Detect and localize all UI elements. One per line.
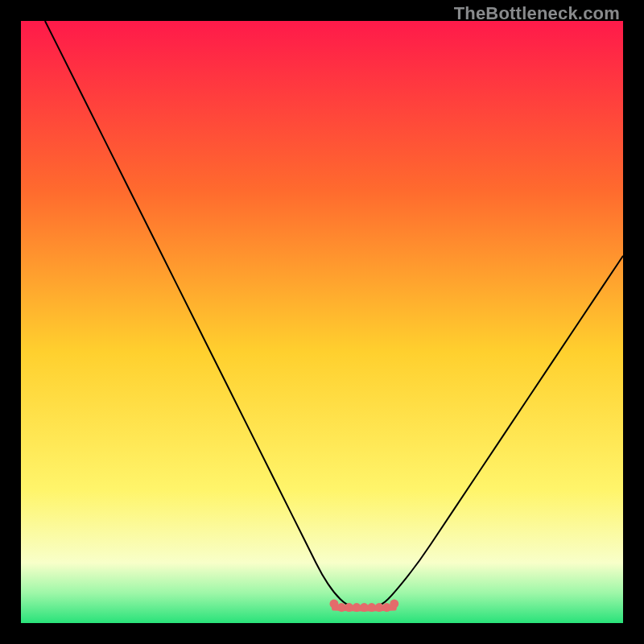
bottleneck-chart <box>21 21 623 623</box>
flat-region-dot <box>382 603 391 612</box>
gradient-background <box>21 21 623 623</box>
flat-region-dot <box>329 600 338 609</box>
flat-region-dot <box>390 600 398 609</box>
watermark-text: TheBottleneck.com <box>454 3 620 24</box>
chart-frame <box>21 21 623 623</box>
